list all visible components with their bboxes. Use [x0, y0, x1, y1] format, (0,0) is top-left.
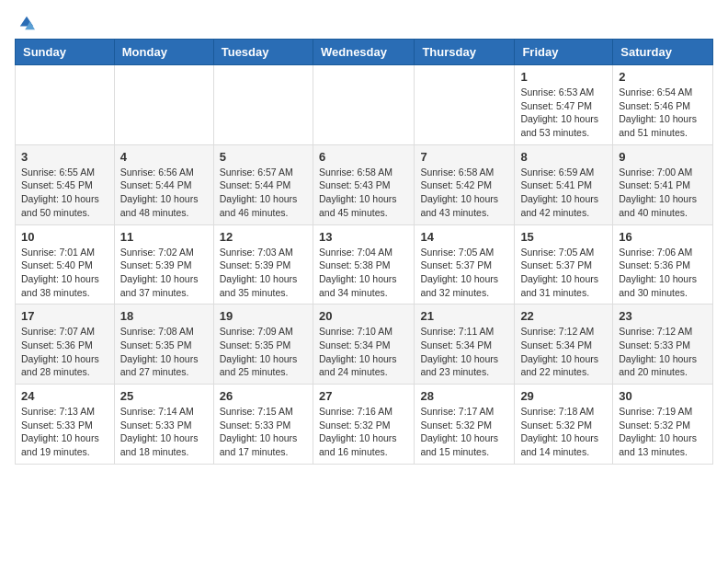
calendar-cell: 11Sunrise: 7:02 AM Sunset: 5:39 PM Dayli… [114, 224, 213, 304]
calendar-cell: 2Sunrise: 6:54 AM Sunset: 5:46 PM Daylig… [613, 65, 713, 145]
day-info: Sunrise: 7:10 AM Sunset: 5:34 PM Dayligh… [319, 325, 408, 379]
calendar-cell: 22Sunrise: 7:12 AM Sunset: 5:34 PM Dayli… [515, 304, 613, 385]
day-info: Sunrise: 7:09 AM Sunset: 5:35 PM Dayligh… [220, 325, 307, 379]
day-info: Sunrise: 7:12 AM Sunset: 5:33 PM Dayligh… [619, 325, 707, 379]
calendar-cell: 29Sunrise: 7:18 AM Sunset: 5:32 PM Dayli… [515, 385, 613, 465]
calendar-cell [114, 65, 213, 145]
day-info: Sunrise: 7:04 AM Sunset: 5:38 PM Dayligh… [319, 246, 408, 300]
day-number: 1 [520, 70, 607, 84]
day-info: Sunrise: 7:13 AM Sunset: 5:33 PM Dayligh… [21, 405, 108, 459]
day-number: 6 [319, 150, 408, 164]
weekday-header: Tuesday [213, 40, 313, 65]
day-number: 22 [520, 309, 607, 323]
day-number: 25 [120, 389, 208, 403]
calendar-cell: 18Sunrise: 7:08 AM Sunset: 5:35 PM Dayli… [114, 304, 213, 385]
day-number: 13 [319, 230, 408, 244]
calendar-table: SundayMondayTuesdayWednesdayThursdayFrid… [15, 39, 713, 465]
calendar-cell: 30Sunrise: 7:19 AM Sunset: 5:32 PM Dayli… [613, 385, 713, 465]
day-info: Sunrise: 7:08 AM Sunset: 5:35 PM Dayligh… [120, 325, 208, 379]
day-number: 29 [520, 389, 607, 403]
calendar-cell: 27Sunrise: 7:16 AM Sunset: 5:32 PM Dayli… [313, 385, 414, 465]
day-number: 19 [220, 309, 307, 323]
weekday-header: Monday [114, 40, 213, 65]
calendar-cell: 10Sunrise: 7:01 AM Sunset: 5:40 PM Dayli… [16, 224, 115, 304]
day-info: Sunrise: 6:58 AM Sunset: 5:42 PM Dayligh… [420, 166, 508, 220]
page-header [15, 15, 713, 28]
calendar-cell: 21Sunrise: 7:11 AM Sunset: 5:34 PM Dayli… [415, 304, 515, 385]
day-number: 2 [619, 70, 707, 84]
calendar-cell: 4Sunrise: 6:56 AM Sunset: 5:44 PM Daylig… [114, 144, 213, 224]
calendar-cell: 14Sunrise: 7:05 AM Sunset: 5:37 PM Dayli… [415, 224, 515, 304]
calendar-cell: 19Sunrise: 7:09 AM Sunset: 5:35 PM Dayli… [213, 304, 313, 385]
day-info: Sunrise: 7:02 AM Sunset: 5:39 PM Dayligh… [120, 246, 208, 300]
calendar-cell: 24Sunrise: 7:13 AM Sunset: 5:33 PM Dayli… [16, 385, 115, 465]
weekday-header: Sunday [16, 40, 115, 65]
day-info: Sunrise: 7:06 AM Sunset: 5:36 PM Dayligh… [619, 246, 707, 300]
day-info: Sunrise: 7:16 AM Sunset: 5:32 PM Dayligh… [319, 405, 408, 459]
day-info: Sunrise: 6:56 AM Sunset: 5:44 PM Dayligh… [120, 166, 208, 220]
day-info: Sunrise: 6:55 AM Sunset: 5:45 PM Dayligh… [21, 166, 108, 220]
day-number: 24 [21, 389, 108, 403]
day-number: 14 [420, 230, 508, 244]
day-number: 20 [319, 309, 408, 323]
day-number: 12 [220, 230, 307, 244]
day-number: 16 [619, 230, 707, 244]
day-info: Sunrise: 7:15 AM Sunset: 5:33 PM Dayligh… [220, 405, 307, 459]
day-info: Sunrise: 7:12 AM Sunset: 5:34 PM Dayligh… [520, 325, 607, 379]
day-number: 18 [120, 309, 208, 323]
calendar-cell: 23Sunrise: 7:12 AM Sunset: 5:33 PM Dayli… [613, 304, 713, 385]
day-info: Sunrise: 6:54 AM Sunset: 5:46 PM Dayligh… [619, 86, 707, 140]
calendar-cell: 28Sunrise: 7:17 AM Sunset: 5:32 PM Dayli… [415, 385, 515, 465]
day-info: Sunrise: 7:14 AM Sunset: 5:33 PM Dayligh… [120, 405, 208, 459]
calendar-cell: 8Sunrise: 6:59 AM Sunset: 5:41 PM Daylig… [515, 144, 613, 224]
day-number: 30 [619, 389, 707, 403]
day-info: Sunrise: 7:19 AM Sunset: 5:32 PM Dayligh… [619, 405, 707, 459]
calendar-cell [313, 65, 414, 145]
day-info: Sunrise: 7:17 AM Sunset: 5:32 PM Dayligh… [420, 405, 508, 459]
calendar-week-row: 1Sunrise: 6:53 AM Sunset: 5:47 PM Daylig… [16, 65, 713, 145]
day-number: 26 [220, 389, 307, 403]
day-number: 7 [420, 150, 508, 164]
logo-icon [18, 15, 35, 31]
day-number: 10 [21, 230, 108, 244]
calendar-week-row: 10Sunrise: 7:01 AM Sunset: 5:40 PM Dayli… [16, 224, 713, 304]
day-number: 21 [420, 309, 508, 323]
day-number: 27 [319, 389, 408, 403]
calendar-cell: 12Sunrise: 7:03 AM Sunset: 5:39 PM Dayli… [213, 224, 313, 304]
calendar-cell: 16Sunrise: 7:06 AM Sunset: 5:36 PM Dayli… [613, 224, 713, 304]
day-number: 8 [520, 150, 607, 164]
weekday-header: Wednesday [313, 40, 414, 65]
day-number: 11 [120, 230, 208, 244]
calendar-cell [213, 65, 313, 145]
calendar-header-row: SundayMondayTuesdayWednesdayThursdayFrid… [16, 40, 713, 65]
day-info: Sunrise: 6:59 AM Sunset: 5:41 PM Dayligh… [520, 166, 607, 220]
day-info: Sunrise: 7:01 AM Sunset: 5:40 PM Dayligh… [21, 246, 108, 300]
calendar-cell [16, 65, 115, 145]
weekday-header: Saturday [613, 40, 713, 65]
calendar-cell: 15Sunrise: 7:05 AM Sunset: 5:37 PM Dayli… [515, 224, 613, 304]
day-number: 15 [520, 230, 607, 244]
calendar-cell: 3Sunrise: 6:55 AM Sunset: 5:45 PM Daylig… [16, 144, 115, 224]
calendar-week-row: 24Sunrise: 7:13 AM Sunset: 5:33 PM Dayli… [16, 385, 713, 465]
day-info: Sunrise: 7:11 AM Sunset: 5:34 PM Dayligh… [420, 325, 508, 379]
calendar-cell: 17Sunrise: 7:07 AM Sunset: 5:36 PM Dayli… [16, 304, 115, 385]
calendar-cell: 25Sunrise: 7:14 AM Sunset: 5:33 PM Dayli… [114, 385, 213, 465]
calendar-cell: 6Sunrise: 6:58 AM Sunset: 5:43 PM Daylig… [313, 144, 414, 224]
day-number: 9 [619, 150, 707, 164]
calendar-cell: 1Sunrise: 6:53 AM Sunset: 5:47 PM Daylig… [515, 65, 613, 145]
day-number: 3 [21, 150, 108, 164]
day-info: Sunrise: 6:57 AM Sunset: 5:44 PM Dayligh… [220, 166, 307, 220]
logo [15, 15, 35, 28]
weekday-header: Thursday [415, 40, 515, 65]
calendar-cell: 26Sunrise: 7:15 AM Sunset: 5:33 PM Dayli… [213, 385, 313, 465]
day-number: 4 [120, 150, 208, 164]
day-info: Sunrise: 7:18 AM Sunset: 5:32 PM Dayligh… [520, 405, 607, 459]
calendar-week-row: 3Sunrise: 6:55 AM Sunset: 5:45 PM Daylig… [16, 144, 713, 224]
calendar-cell: 9Sunrise: 7:00 AM Sunset: 5:41 PM Daylig… [613, 144, 713, 224]
day-info: Sunrise: 7:03 AM Sunset: 5:39 PM Dayligh… [220, 246, 307, 300]
calendar-week-row: 17Sunrise: 7:07 AM Sunset: 5:36 PM Dayli… [16, 304, 713, 385]
calendar-cell: 7Sunrise: 6:58 AM Sunset: 5:42 PM Daylig… [415, 144, 515, 224]
calendar-cell [415, 65, 515, 145]
calendar-cell: 20Sunrise: 7:10 AM Sunset: 5:34 PM Dayli… [313, 304, 414, 385]
day-number: 17 [21, 309, 108, 323]
